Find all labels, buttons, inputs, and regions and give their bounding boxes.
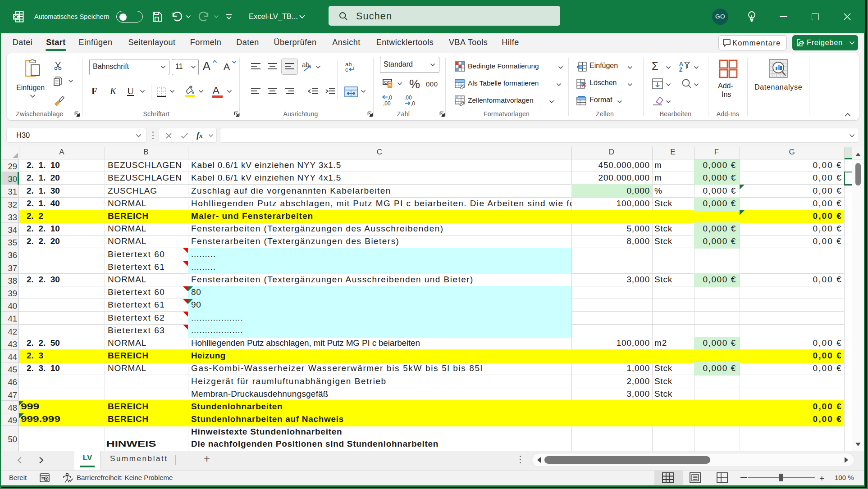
svg-text:,00: ,00 [404,95,412,101]
svg-text:Z: Z [679,67,682,72]
svg-text:,00: ,00 [383,100,391,106]
svg-text:c: c [345,66,348,72]
svg-text:A: A [679,61,683,67]
svg-text:,0: ,0 [388,95,392,101]
svg-text:,0: ,0 [411,100,415,106]
